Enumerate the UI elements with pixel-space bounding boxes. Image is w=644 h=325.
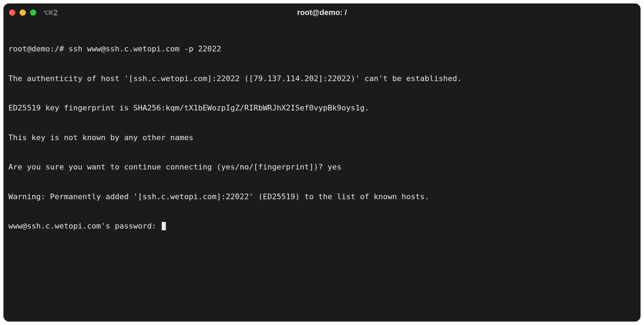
- terminal-line: Are you sure you want to continue connec…: [8, 162, 636, 172]
- terminal-output[interactable]: root@demo:/# ssh www@ssh.c.wetopi.com -p…: [3, 22, 641, 322]
- password-prompt-text: www@ssh.c.wetopi.com's password:: [8, 222, 161, 230]
- terminal-line: Warning: Permanently added '[ssh.c.wetop…: [8, 192, 636, 202]
- terminal-window: ⌥⌘2 root@demo: / root@demo:/# ssh www@ss…: [3, 3, 641, 322]
- terminal-line: root@demo:/# ssh www@ssh.c.wetopi.com -p…: [8, 44, 636, 54]
- fullscreen-icon[interactable]: [30, 9, 36, 16]
- terminal-line: ED25519 key fingerprint is SHA256:kqm/tX…: [8, 103, 636, 113]
- terminal-line: This key is not known by any other names: [8, 133, 636, 143]
- terminal-line: The authenticity of host '[ssh.c.wetopi.…: [8, 74, 636, 84]
- close-icon[interactable]: [9, 9, 15, 16]
- cursor-icon: [162, 222, 166, 230]
- titlebar: ⌥⌘2 root@demo: /: [3, 3, 641, 22]
- traffic-lights: [9, 9, 36, 16]
- window-title: root@demo: /: [3, 8, 641, 17]
- password-prompt-line: www@ssh.c.wetopi.com's password:: [8, 221, 636, 231]
- tab-shortcut-label: ⌥⌘2: [43, 8, 58, 17]
- minimize-icon[interactable]: [20, 9, 26, 16]
